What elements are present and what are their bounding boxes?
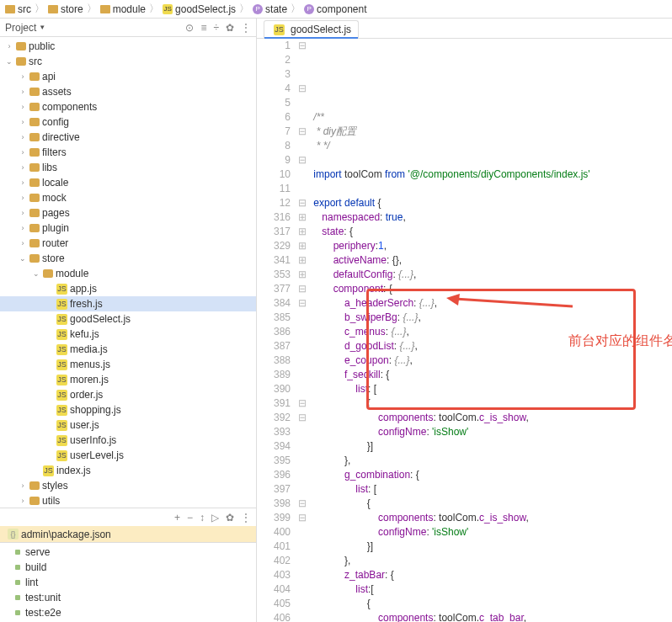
fold-icon[interactable] <box>297 182 307 196</box>
tree-item[interactable]: ›mock <box>0 190 256 205</box>
project-tree[interactable]: ›public⌄src›api›assets›components›config… <box>0 37 256 508</box>
tree-item[interactable]: ›assets <box>0 84 256 99</box>
fold-icon[interactable]: ⊟ <box>297 282 307 296</box>
fold-icon[interactable] <box>297 139 307 153</box>
fold-icon[interactable] <box>297 597 307 611</box>
tree-toggle-icon[interactable]: › <box>19 148 27 157</box>
tree-toggle-icon[interactable]: › <box>5 42 13 51</box>
fold-icon[interactable]: ⊟ <box>297 396 307 411</box>
tree-item[interactable]: ⌄store <box>0 251 256 266</box>
tree-item[interactable]: ›filters <box>0 145 256 160</box>
breadcrumb-item[interactable]: JSgoodSelect.js <box>163 3 236 15</box>
toolbar-icon[interactable]: ↕ <box>200 512 205 524</box>
fold-icon[interactable] <box>297 53 307 67</box>
fold-icon[interactable] <box>297 382 307 396</box>
tree-toggle-icon[interactable]: › <box>19 133 27 141</box>
fold-icon[interactable] <box>297 425 307 439</box>
tree-item[interactable]: ›public <box>0 39 256 54</box>
tree-item[interactable]: JSuserLevel.js <box>0 448 256 463</box>
tree-item[interactable]: ›pages <box>0 205 256 221</box>
tree-toggle-icon[interactable]: › <box>19 178 27 187</box>
script-item[interactable]: build <box>0 560 256 575</box>
toolbar-icon[interactable]: ▷ <box>211 512 219 524</box>
code-editor[interactable]: 1234567891011123163173293413533773843853… <box>257 39 672 622</box>
script-item[interactable]: lint <box>0 575 256 590</box>
breadcrumb-item[interactable]: Pstate <box>253 3 287 15</box>
tree-item[interactable]: JSuser.js <box>0 417 256 433</box>
toolbar-icon[interactable]: ⊙ <box>185 22 194 34</box>
tree-item[interactable]: JSgoodSelect.js <box>0 311 256 327</box>
fold-icon[interactable]: ⊟ <box>297 411 307 425</box>
tree-item[interactable]: JSmedia.js <box>0 342 256 357</box>
tree-item[interactable]: ›api <box>0 69 256 84</box>
tree-item[interactable]: JSuserInfo.js <box>0 433 256 448</box>
fold-icon[interactable] <box>297 368 307 382</box>
fold-icon[interactable]: ⊟ <box>297 153 307 167</box>
tree-toggle-icon[interactable]: › <box>19 163 27 172</box>
fold-icon[interactable]: ⊟ <box>297 296 307 311</box>
toolbar-icon[interactable]: ≡ <box>200 22 206 34</box>
script-item[interactable]: test:unit <box>0 590 256 605</box>
script-item[interactable]: test:e2e <box>0 605 256 620</box>
tree-item[interactable]: ›plugin <box>0 221 256 236</box>
tree-item[interactable]: ›libs <box>0 160 256 175</box>
tree-toggle-icon[interactable]: › <box>19 224 27 232</box>
fold-icon[interactable]: ⊞ <box>297 239 307 253</box>
tree-toggle-icon[interactable]: › <box>19 118 27 126</box>
tree-item[interactable]: ›styles <box>0 478 256 493</box>
tree-item[interactable]: ›directive <box>0 130 256 145</box>
tab-goodselect[interactable]: JS goodSelect.js <box>264 20 359 38</box>
toolbar-icon[interactable]: ⋮ <box>241 22 251 34</box>
toolbar-icon[interactable]: ✿ <box>226 22 234 34</box>
tree-item[interactable]: ›utils <box>0 493 256 508</box>
fold-icon[interactable] <box>297 582 307 597</box>
tree-item[interactable]: JSfresh.js <box>0 296 256 311</box>
tree-item[interactable]: ›router <box>0 236 256 251</box>
fold-icon[interactable] <box>297 311 307 325</box>
fold-icon[interactable]: ⊟ <box>297 39 307 53</box>
tree-toggle-icon[interactable]: › <box>19 209 27 217</box>
fold-icon[interactable] <box>297 568 307 582</box>
fold-icon[interactable] <box>297 611 307 622</box>
tree-item[interactable]: JSapp.js <box>0 281 256 296</box>
breadcrumb-item[interactable]: src <box>5 3 31 15</box>
fold-icon[interactable] <box>297 468 307 482</box>
fold-column[interactable]: ⊟⊟⊟⊟⊟⊞⊞⊞⊞⊞⊟⊟⊟⊟⊟⊟⊟⊟ <box>297 39 307 622</box>
toolbar-icon[interactable]: ÷ <box>213 22 219 34</box>
tree-toggle-icon[interactable]: › <box>19 103 27 111</box>
tree-toggle-icon[interactable]: › <box>19 88 27 96</box>
tree-toggle-icon[interactable]: › <box>19 481 27 490</box>
toolbar-icon[interactable]: ✿ <box>226 512 234 524</box>
fold-icon[interactable] <box>297 454 307 468</box>
tree-item[interactable]: ›locale <box>0 175 256 190</box>
fold-icon[interactable] <box>297 325 307 339</box>
fold-icon[interactable]: ⊞ <box>297 253 307 268</box>
tree-item[interactable]: ⌄module <box>0 266 256 281</box>
fold-icon[interactable] <box>297 554 307 568</box>
scripts-file-header[interactable]: {} admin\package.json <box>0 526 256 543</box>
tree-item[interactable]: JSmoren.js <box>0 372 256 387</box>
fold-icon[interactable] <box>297 354 307 368</box>
tree-toggle-icon[interactable]: ⌄ <box>5 57 13 66</box>
fold-icon[interactable]: ⊞ <box>297 225 307 239</box>
fold-icon[interactable] <box>297 439 307 454</box>
tree-toggle-icon[interactable]: › <box>19 497 27 505</box>
tree-item[interactable]: ›components <box>0 99 256 114</box>
fold-icon[interactable]: ⊞ <box>297 210 307 225</box>
code-lines[interactable]: 前台对应的组件名 /** * diy配置 * */ import toolCom… <box>307 39 672 622</box>
tree-item[interactable]: JSorder.js <box>0 387 256 402</box>
script-item[interactable]: serve <box>0 545 256 560</box>
project-panel-title[interactable]: Project ▼ <box>5 22 45 34</box>
tree-item[interactable]: JSshopping.js <box>0 402 256 417</box>
fold-icon[interactable]: ⊟ <box>297 82 307 96</box>
toolbar-icon[interactable]: − <box>187 512 193 524</box>
tree-toggle-icon[interactable]: › <box>19 72 27 81</box>
fold-icon[interactable]: ⊟ <box>297 497 307 511</box>
tree-toggle-icon[interactable]: › <box>19 194 27 202</box>
tree-toggle-icon[interactable]: ⌄ <box>19 254 27 263</box>
tree-item[interactable]: ›config <box>0 114 256 130</box>
fold-icon[interactable] <box>297 525 307 540</box>
tree-item[interactable]: JSindex.js <box>0 463 256 478</box>
tree-item[interactable]: ⌄src <box>0 54 256 69</box>
tree-item[interactable]: JSmenus.js <box>0 357 256 372</box>
